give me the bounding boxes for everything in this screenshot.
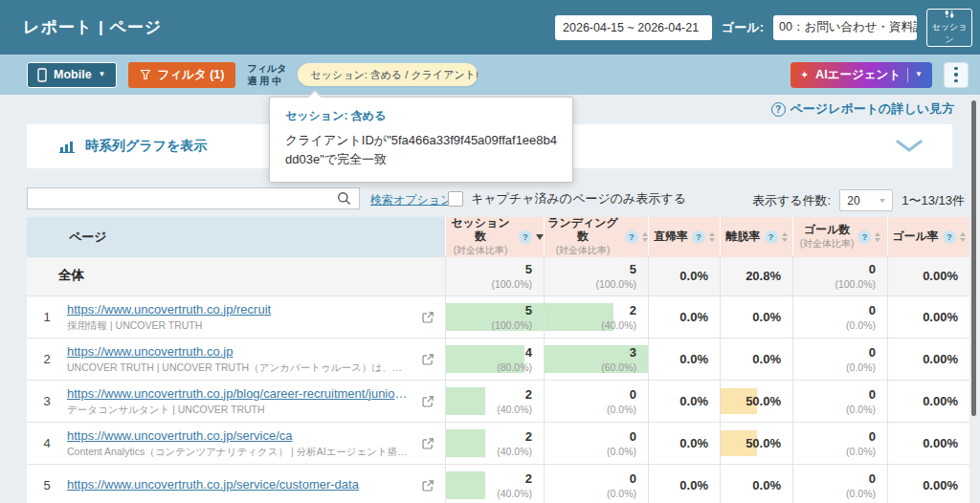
per-page-select[interactable]: 20 xyxy=(839,189,893,211)
session-pct: (40.0%) xyxy=(497,404,532,415)
external-link-icon[interactable] xyxy=(421,353,434,366)
external-link-icon[interactable] xyxy=(421,311,434,324)
report-help-link[interactable]: ? ページレポートの詳しい見方 xyxy=(771,100,954,118)
help-icon[interactable]: ? xyxy=(943,230,956,244)
goal-label: ゴール: xyxy=(722,19,764,36)
page-url-link[interactable]: https://www.uncovertruth.co.jp/recruit xyxy=(67,302,409,317)
per-page-value: 20 xyxy=(847,194,859,208)
filter-button[interactable]: フィルタ (1) xyxy=(128,62,236,88)
captured-only-checkbox[interactable]: キャプチャ済みのページのみ表示する xyxy=(448,190,686,208)
session-count: 4 xyxy=(497,345,532,360)
chevron-down-icon[interactable] xyxy=(895,140,924,153)
per-page-label: 表示する件数: xyxy=(752,192,831,209)
goal-pct: (0.0%) xyxy=(846,361,876,373)
question-circle-icon: ? xyxy=(771,102,786,117)
column-header-page[interactable]: ページ xyxy=(27,217,445,257)
landing-pct: (0.0%) xyxy=(607,446,636,457)
help-icon[interactable]: ? xyxy=(858,230,871,244)
landings-cell: 2(40.0%) xyxy=(544,296,648,338)
search-input[interactable] xyxy=(35,192,337,206)
table-row: 1 https://www.uncovertruth.co.jp/recruit… xyxy=(27,296,969,339)
bounce-rate-cell: 0.0% xyxy=(648,339,720,380)
table-row: 4 https://www.uncovertruth.co.jp/service… xyxy=(27,423,969,465)
page-url-link[interactable]: https://www.uncovertruth.co.jp/blog/care… xyxy=(67,386,409,401)
goal-pct: (0.0%) xyxy=(846,488,876,499)
external-link-icon[interactable] xyxy=(421,395,434,408)
column-header-landings[interactable]: ランディング数(対全体比率) ? xyxy=(544,217,648,257)
sort-both-icon[interactable] xyxy=(709,232,715,242)
goal-rate-cell: 0.00% xyxy=(887,423,969,464)
session-view-button[interactable]: セッション xyxy=(926,9,972,47)
goal-select[interactable]: 00：お問い合わせ・資料請求 xyxy=(773,15,917,40)
checkbox-box[interactable] xyxy=(448,191,463,207)
bounce-rate: 0.0% xyxy=(679,478,708,492)
page-report-app: レポート | ページ 2026-04-15 ~ 2026-04-21 ゴール: … xyxy=(0,0,980,503)
page-url-link[interactable]: https://www.uncovertruth.co.jp/service/c… xyxy=(67,428,409,443)
more-options-button[interactable] xyxy=(944,62,969,88)
filter-toolbar: Mobile ▼ フィルタ (1) フィルタ 適用中 セッション: 含める / … xyxy=(0,55,980,95)
goal-count: 0 xyxy=(846,345,876,360)
sort-desc-icon[interactable] xyxy=(536,234,544,240)
filter-active-label: フィルタ 適用中 xyxy=(247,62,286,87)
bounce-rate-cell: 0.0% xyxy=(648,381,720,422)
sort-both-icon[interactable] xyxy=(782,232,788,242)
ai-agent-button[interactable]: ✦ AIエージェント ▼ xyxy=(791,62,932,88)
scrollbar-thumb[interactable] xyxy=(971,100,976,416)
session-pct: (40.0%) xyxy=(497,446,532,457)
filter-condition-chip[interactable]: セッション: 含める / クライアントIDが"… xyxy=(298,63,478,86)
landing-pct: (40.0%) xyxy=(601,319,636,331)
phone-icon xyxy=(37,68,47,82)
exit-rate-cell: 50.0% xyxy=(720,423,792,464)
help-icon[interactable]: ? xyxy=(765,230,778,244)
landings-cell: 0(0.0%) xyxy=(544,381,648,422)
column-header-goals[interactable]: ゴール数(対全体比率) ? xyxy=(792,217,887,257)
exit-rate: 50.0% xyxy=(746,394,781,408)
footprints-icon xyxy=(941,10,958,19)
date-range-picker[interactable]: 2026-04-15 ~ 2026-04-21 xyxy=(555,15,712,40)
tooltip-title: セッション: 含める xyxy=(285,108,557,124)
column-header-goal-rate[interactable]: ゴール率 ? xyxy=(887,217,969,257)
table-row: 3 https://www.uncovertruth.co.jp/blog/ca… xyxy=(27,381,969,423)
exit-rate: 0.0% xyxy=(752,310,781,324)
page-cell: 2 https://www.uncovertruth.co.jp UNCOVER… xyxy=(27,339,445,380)
sort-both-icon[interactable] xyxy=(875,232,880,242)
exit-rate: 50.0% xyxy=(746,436,781,450)
landing-pct: (0.0%) xyxy=(607,488,636,499)
external-link-icon[interactable] xyxy=(421,437,434,450)
graph-toggle-label: 時系列グラフを表示 xyxy=(85,138,207,155)
sort-both-icon[interactable] xyxy=(960,232,966,242)
help-icon[interactable]: ? xyxy=(692,230,705,244)
landings-cell: 0(0.0%) xyxy=(544,423,648,464)
page-url-link[interactable]: https://www.uncovertruth.co.jp/service/c… xyxy=(67,477,409,492)
help-icon[interactable]: ? xyxy=(519,230,532,244)
sessions-cell: 5(100.0%) xyxy=(445,296,544,338)
search-icon[interactable] xyxy=(337,191,351,206)
totals-sessions-cell: 5(100.0%) xyxy=(445,255,544,295)
exit-rate-cell: 50.0% xyxy=(720,381,792,422)
bounce-rate: 0.0% xyxy=(679,352,708,366)
page-cell: 3 https://www.uncovertruth.co.jp/blog/ca… xyxy=(27,381,445,422)
button-divider xyxy=(907,68,908,82)
help-icon[interactable]: ? xyxy=(625,230,638,244)
totals-goal-rate-cell: 0.00% xyxy=(887,255,969,295)
goal-pct: (0.0%) xyxy=(846,446,876,457)
page-url-link[interactable]: https://www.uncovertruth.co.jp xyxy=(67,344,409,359)
search-options-link[interactable]: 検索オプション xyxy=(370,192,452,208)
landing-pct: (0.0%) xyxy=(607,404,636,415)
column-header-bounce-rate[interactable]: 直帰率 ? xyxy=(648,217,720,257)
column-header-sessions[interactable]: セッション数(対全体比率) ? xyxy=(445,217,544,257)
session-count: 2 xyxy=(497,387,532,402)
bounce-rate-cell: 0.0% xyxy=(648,423,720,464)
table-row: 5 https://www.uncovertruth.co.jp/service… xyxy=(27,465,969,503)
session-count: 2 xyxy=(497,471,532,486)
column-header-exit-rate[interactable]: 離脱率 ? xyxy=(720,217,792,257)
exit-rate-cell: 0.0% xyxy=(720,465,792,503)
goal-rate: 0.00% xyxy=(923,310,958,324)
bounce-rate: 0.0% xyxy=(679,436,708,450)
row-number: 2 xyxy=(27,352,67,366)
external-link-icon[interactable] xyxy=(421,479,434,492)
device-dropdown-button[interactable]: Mobile ▼ xyxy=(27,62,117,88)
vertical-scrollbar[interactable] xyxy=(971,96,976,503)
page-title-text: 採用情報 | UNCOVER TRUTH xyxy=(67,319,409,333)
goal-count: 0 xyxy=(846,471,876,486)
